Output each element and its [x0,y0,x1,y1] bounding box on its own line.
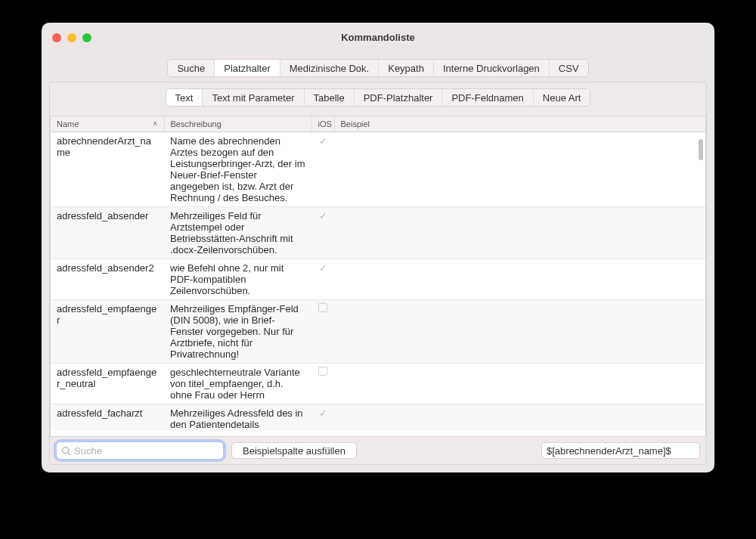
svg-point-0 [63,447,69,453]
cell-example [334,364,705,404]
col-header-name[interactable]: Name ∧ [51,116,164,132]
tab-medizinische-dok-[interactable]: Medizinische Dok. [280,60,380,76]
tab-platzhalter[interactable]: Platzhalter [215,60,280,76]
cell-name: adressfeld_absender [51,207,164,259]
tab-keypath[interactable]: Keypath [379,60,434,76]
table-row[interactable]: adressfeld_empfaenger_neutralgeschlechte… [51,364,705,404]
svg-line-1 [68,452,70,454]
tab-suche[interactable]: Suche [168,60,215,76]
tab-text-mit-parameter[interactable]: Text mit Parameter [203,89,304,106]
tab-pdf-platzhalter[interactable]: PDF-Platzhalter [355,89,443,106]
cell-name: adressfeld_absender2 [51,259,164,300]
check-icon: ✓ [319,262,327,274]
search-input[interactable] [74,445,218,457]
fill-example-button[interactable]: Beispielspalte ausfüllen [231,442,357,459]
checkbox-empty-icon [318,303,327,312]
secondary-tabs: TextText mit ParameterTabellePDF-Platzha… [50,84,706,111]
cell-ios: ✓ [311,259,334,300]
cell-example [334,300,705,364]
cell-desc: Mehrzeiliges Adressfeld des in den Patie… [164,404,311,432]
traffic-lights [52,33,91,42]
titlebar: Kommandoliste [42,23,714,57]
cell-name: adressfeld_facharzt [51,404,164,432]
tab-interne-druckvorlagen[interactable]: Interne Druckvorlagen [434,60,550,76]
window: Kommandoliste SuchePlatzhalterMedizinisc… [42,23,714,472]
table-row[interactable]: adressfeld_facharztMehrzeiliges Adressfe… [51,404,705,432]
cell-example [334,404,705,432]
table-row[interactable]: adressfeld_absender2wie Befehl ohne 2, n… [51,259,705,300]
cell-example [334,207,705,259]
cell-ios [311,300,334,364]
sort-asc-icon: ∧ [153,119,158,127]
check-icon: ✓ [319,135,327,147]
table-row[interactable]: adressfeld_absenderMehrzeiliges Feld für… [51,207,705,259]
col-header-ios[interactable]: iOS [311,116,334,132]
tab-tabelle[interactable]: Tabelle [305,89,355,106]
minimize-icon[interactable] [67,33,76,42]
tab-neue-art[interactable]: Neue Art [534,89,590,106]
code-field[interactable]: $[abrechnenderArzt_name]$ [541,442,700,459]
checkbox-empty-icon [318,367,327,376]
cell-desc: Mehrzeiliges Feld für Arztstempel oder B… [164,207,311,259]
tab-text[interactable]: Text [166,89,203,106]
cell-ios: ✓ [311,404,334,432]
col-header-example[interactable]: Beispiel [334,116,705,132]
check-icon: ✓ [319,407,327,419]
primary-tabs: SuchePlatzhalterMedizinische Dok.Keypath… [42,59,714,77]
check-icon: ✓ [319,210,327,221]
cell-ios: ✓ [311,132,334,207]
cell-desc: wie Befehl ohne 2, nur mit PDF-kompatibl… [164,259,311,300]
cell-desc: geschlechterneutrale Variante von titel_… [164,364,311,404]
tab-pdf-feldnamen[interactable]: PDF-Feldnamen [442,89,533,106]
cell-example [334,132,705,207]
table: Name ∧ Beschreibung iOS Beispiel abrechn… [50,116,706,437]
table-row[interactable]: abrechnenderArzt_nameName des abrechnend… [51,132,705,207]
cell-desc: Name des abrechnenden Arztes bezogen auf… [164,132,311,207]
search-field[interactable] [56,441,224,460]
col-header-name-label: Name [57,119,79,129]
col-header-desc[interactable]: Beschreibung [164,116,311,132]
cell-example [334,259,705,300]
cell-ios [311,364,334,404]
scrollbar-thumb[interactable] [699,139,703,160]
cell-ios: ✓ [311,207,334,259]
cell-name: adressfeld_empfaenger [51,300,164,364]
tab-csv[interactable]: CSV [550,60,588,76]
zoom-icon[interactable] [82,33,91,42]
cell-desc: Mehrzeiliges Empfänger-Feld (DIN 5008), … [164,300,311,364]
cell-name: adressfeld_empfaenger_neutral [51,364,164,404]
footer: Beispielspalte ausfüllen $[abrechnenderA… [50,437,706,464]
search-icon [61,446,71,456]
table-row[interactable]: adressfeld_empfaengerMehrzeiliges Empfän… [51,300,705,364]
inner-panel: TextText mit ParameterTabellePDF-Platzha… [49,82,707,465]
close-icon[interactable] [52,33,61,42]
cell-name: abrechnenderArzt_name [51,132,164,207]
window-title: Kommandoliste [42,32,714,43]
